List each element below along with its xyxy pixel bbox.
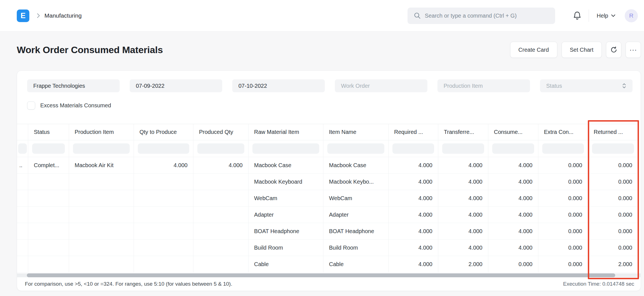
table-cell-returned[interactable]: 0.000: [588, 223, 638, 240]
column-filter-input-required[interactable]: [392, 143, 434, 154]
column-filter-input-qty-to-produce[interactable]: [138, 143, 189, 154]
set-chart-button[interactable]: Set Chart: [562, 42, 602, 58]
table-cell-required[interactable]: 4.000: [389, 240, 438, 256]
table-cell-returned[interactable]: 0.000: [588, 207, 638, 223]
notifications-button[interactable]: [572, 11, 582, 21]
column-header-transferre[interactable]: Transferre...: [438, 124, 488, 140]
table-cell-production-item[interactable]: Macbook Air Kit: [69, 157, 134, 174]
table-cell-consume[interactable]: 4.000: [488, 190, 538, 207]
table-cell-extra-con[interactable]: 0.000: [538, 207, 588, 223]
table-cell-produced-qty[interactable]: [193, 223, 248, 240]
table-cell-returned[interactable]: 0.000: [588, 157, 638, 174]
table-cell-returned[interactable]: 0.000: [588, 190, 638, 207]
table-cell-qty-to-produce[interactable]: [134, 223, 193, 240]
table-cell-required[interactable]: 4.000: [389, 190, 438, 207]
table-cell-required[interactable]: 4.000: [389, 223, 438, 240]
table-cell-transferre[interactable]: 4.000: [438, 174, 488, 190]
horizontal-scrollbar-thumb[interactable]: [27, 273, 615, 277]
table-cell-consume[interactable]: 4.000: [488, 207, 538, 223]
table-cell-consume[interactable]: 4.000: [488, 157, 538, 174]
table-cell-produced-qty[interactable]: [193, 256, 248, 273]
table-cell-item-name[interactable]: Macbook Keybo...: [323, 174, 389, 190]
table-cell-status[interactable]: [28, 223, 69, 240]
table-cell-blank[interactable]: [17, 240, 28, 256]
column-header-qty-to-produce[interactable]: Qty to Produce: [134, 124, 193, 140]
filter-to-date[interactable]: 07-10-2022: [232, 79, 325, 92]
column-header-required[interactable]: Required ...: [389, 124, 438, 140]
help-menu[interactable]: Help: [597, 13, 616, 19]
table-cell-item-name[interactable]: Build Room: [323, 240, 389, 256]
column-header-produced-qty[interactable]: Produced Qty: [193, 124, 248, 140]
filter-work-order[interactable]: Work Order: [335, 79, 427, 92]
column-filter-input-status[interactable]: [32, 143, 65, 154]
excess-materials-checkbox[interactable]: [27, 101, 35, 110]
column-header-returned[interactable]: Returned ...: [588, 124, 638, 140]
table-cell-production-item[interactable]: [69, 240, 134, 256]
column-filter-input-raw-material-item[interactable]: [252, 143, 319, 154]
table-cell-required[interactable]: 4.000: [389, 174, 438, 190]
table-cell-qty-to-produce[interactable]: [134, 240, 193, 256]
table-cell-raw-material-item[interactable]: Adapter: [248, 207, 323, 223]
table-cell-qty-to-produce[interactable]: [134, 256, 193, 273]
table-cell-produced-qty[interactable]: [193, 207, 248, 223]
column-filter-input-production-item[interactable]: [73, 143, 130, 154]
table-cell-raw-material-item[interactable]: Build Room: [248, 240, 323, 256]
table-cell-raw-material-item[interactable]: WebCam: [248, 190, 323, 207]
column-filter-input-extra-con[interactable]: [542, 143, 584, 154]
table-cell-status[interactable]: [28, 240, 69, 256]
table-cell-raw-material-item[interactable]: BOAT Headphone: [248, 223, 323, 240]
app-logo[interactable]: E: [17, 10, 29, 22]
table-cell-required[interactable]: 4.000: [389, 157, 438, 174]
column-header-consume[interactable]: Consume...: [488, 124, 538, 140]
more-menu-button[interactable]: ···: [626, 42, 641, 58]
column-header-production-item[interactable]: Production Item: [69, 124, 134, 140]
horizontal-scrollbar-track[interactable]: [17, 273, 641, 277]
create-card-button[interactable]: Create Card: [510, 42, 557, 58]
table-cell-item-name[interactable]: Macbook Case: [323, 157, 389, 174]
table-cell-qty-to-produce[interactable]: [134, 174, 193, 190]
table-cell-produced-qty[interactable]: [193, 190, 248, 207]
column-filter-input-consume[interactable]: [492, 143, 534, 154]
column-header-status[interactable]: Status: [28, 124, 69, 140]
column-header-blank[interactable]: [17, 124, 28, 140]
table-cell-production-item[interactable]: [69, 207, 134, 223]
table-cell-extra-con[interactable]: 0.000: [538, 223, 588, 240]
table-cell-transferre[interactable]: 2.000: [438, 256, 488, 273]
table-cell-transferre[interactable]: 4.000: [438, 240, 488, 256]
table-cell-raw-material-item[interactable]: Cable: [248, 256, 323, 273]
table-cell-production-item[interactable]: [69, 174, 134, 190]
table-cell-returned[interactable]: 2.000: [588, 256, 638, 273]
table-cell-status[interactable]: [28, 190, 69, 207]
filter-from-date[interactable]: 07-09-2022: [130, 79, 222, 92]
filter-production-item[interactable]: Production Item: [437, 79, 530, 92]
filter-company[interactable]: Frappe Technologies: [27, 79, 120, 92]
table-cell-production-item[interactable]: [69, 223, 134, 240]
table-cell-blank[interactable]: [17, 223, 28, 240]
column-header-item-name[interactable]: Item Name: [323, 124, 389, 140]
table-cell-transferre[interactable]: 4.000: [438, 157, 488, 174]
table-cell-raw-material-item[interactable]: Macbook Keyboard: [248, 174, 323, 190]
table-cell-raw-material-item[interactable]: Macbook Case: [248, 157, 323, 174]
table-cell-transferre[interactable]: 4.000: [438, 223, 488, 240]
table-cell-blank[interactable]: ..: [17, 157, 28, 174]
table-cell-status[interactable]: [28, 174, 69, 190]
table-cell-qty-to-produce[interactable]: [134, 207, 193, 223]
table-cell-status[interactable]: [28, 207, 69, 223]
table-cell-status[interactable]: [28, 256, 69, 273]
column-header-raw-material-item[interactable]: Raw Material Item: [248, 124, 323, 140]
table-cell-production-item[interactable]: [69, 256, 134, 273]
table-cell-qty-to-produce[interactable]: [134, 190, 193, 207]
column-header-extra-con[interactable]: Extra Con...: [538, 124, 588, 140]
table-cell-item-name[interactable]: Adapter: [323, 207, 389, 223]
table-cell-blank[interactable]: [17, 190, 28, 207]
table-cell-status[interactable]: Complet...: [28, 157, 69, 174]
table-cell-consume[interactable]: 4.000: [488, 240, 538, 256]
table-cell-production-item[interactable]: [69, 190, 134, 207]
refresh-button[interactable]: [606, 42, 621, 58]
table-cell-produced-qty[interactable]: [193, 174, 248, 190]
breadcrumb[interactable]: Manufacturing: [44, 12, 82, 19]
column-filter-input-returned[interactable]: [592, 143, 634, 154]
table-cell-qty-to-produce[interactable]: 4.000: [134, 157, 193, 174]
column-filter-input-blank[interactable]: [18, 143, 27, 154]
table-cell-extra-con[interactable]: 0.000: [538, 174, 588, 190]
